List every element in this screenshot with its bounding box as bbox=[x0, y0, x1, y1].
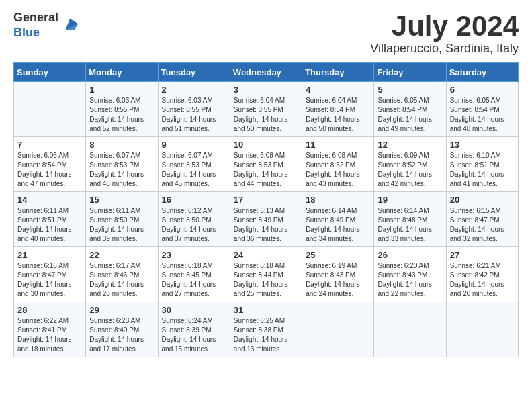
calendar-cell: 6Sunrise: 6:05 AMSunset: 8:54 PMDaylight… bbox=[446, 82, 518, 137]
cell-info: Sunrise: 6:08 AMSunset: 8:52 PMDaylight:… bbox=[306, 151, 370, 189]
calendar-cell bbox=[302, 302, 374, 357]
logo: General Blue bbox=[13, 11, 79, 40]
calendar-cell: 31Sunrise: 6:25 AMSunset: 8:38 PMDayligh… bbox=[230, 302, 302, 357]
weekday-header-row: SundayMondayTuesdayWednesdayThursdayFrid… bbox=[14, 63, 519, 82]
calendar-week-row: 7Sunrise: 6:06 AMSunset: 8:54 PMDaylight… bbox=[14, 137, 519, 192]
day-number: 6 bbox=[450, 85, 515, 95]
cell-info: Sunrise: 6:11 AMSunset: 8:51 PMDaylight:… bbox=[17, 206, 82, 244]
cell-info: Sunrise: 6:10 AMSunset: 8:51 PMDaylight:… bbox=[450, 151, 515, 189]
calendar-cell: 1Sunrise: 6:03 AMSunset: 8:55 PMDaylight… bbox=[86, 82, 158, 137]
day-number: 13 bbox=[450, 140, 515, 150]
weekday-header-tuesday: Tuesday bbox=[158, 63, 230, 82]
logo-blue-text: Blue bbox=[13, 26, 58, 40]
day-number: 3 bbox=[234, 85, 298, 95]
calendar-cell: 15Sunrise: 6:11 AMSunset: 8:50 PMDayligh… bbox=[86, 192, 158, 247]
calendar-cell: 5Sunrise: 6:05 AMSunset: 8:54 PMDaylight… bbox=[374, 82, 446, 137]
calendar-cell bbox=[14, 82, 86, 137]
calendar-cell: 2Sunrise: 6:03 AMSunset: 8:55 PMDaylight… bbox=[158, 82, 230, 137]
calendar-cell: 24Sunrise: 6:18 AMSunset: 8:44 PMDayligh… bbox=[230, 247, 302, 302]
day-number: 23 bbox=[162, 250, 226, 260]
cell-info: Sunrise: 6:05 AMSunset: 8:54 PMDaylight:… bbox=[450, 96, 515, 134]
weekday-header-thursday: Thursday bbox=[302, 63, 374, 82]
calendar-cell: 29Sunrise: 6:23 AMSunset: 8:40 PMDayligh… bbox=[86, 302, 158, 357]
day-number: 22 bbox=[89, 250, 154, 260]
day-number: 9 bbox=[162, 140, 226, 150]
calendar-cell: 13Sunrise: 6:10 AMSunset: 8:51 PMDayligh… bbox=[446, 137, 518, 192]
calendar-cell: 26Sunrise: 6:20 AMSunset: 8:43 PMDayligh… bbox=[374, 247, 446, 302]
day-number: 21 bbox=[17, 250, 82, 260]
calendar-cell: 25Sunrise: 6:19 AMSunset: 8:43 PMDayligh… bbox=[302, 247, 374, 302]
cell-info: Sunrise: 6:08 AMSunset: 8:53 PMDaylight:… bbox=[234, 151, 298, 189]
cell-info: Sunrise: 6:18 AMSunset: 8:44 PMDaylight:… bbox=[234, 261, 298, 299]
cell-info: Sunrise: 6:07 AMSunset: 8:53 PMDaylight:… bbox=[162, 151, 226, 189]
cell-info: Sunrise: 6:05 AMSunset: 8:54 PMDaylight:… bbox=[378, 96, 442, 134]
calendar-cell: 17Sunrise: 6:13 AMSunset: 8:49 PMDayligh… bbox=[230, 192, 302, 247]
cell-info: Sunrise: 6:14 AMSunset: 8:48 PMDaylight:… bbox=[378, 206, 442, 244]
calendar-cell: 28Sunrise: 6:22 AMSunset: 8:41 PMDayligh… bbox=[14, 302, 86, 357]
calendar-cell: 8Sunrise: 6:07 AMSunset: 8:53 PMDaylight… bbox=[86, 137, 158, 192]
day-number: 28 bbox=[17, 305, 82, 315]
cell-info: Sunrise: 6:23 AMSunset: 8:40 PMDaylight:… bbox=[89, 316, 154, 354]
weekday-header-monday: Monday bbox=[86, 63, 158, 82]
calendar-week-row: 28Sunrise: 6:22 AMSunset: 8:41 PMDayligh… bbox=[14, 302, 519, 357]
cell-info: Sunrise: 6:15 AMSunset: 8:47 PMDaylight:… bbox=[450, 206, 515, 244]
day-number: 8 bbox=[89, 140, 154, 150]
calendar-cell bbox=[446, 302, 518, 357]
cell-info: Sunrise: 6:03 AMSunset: 8:55 PMDaylight:… bbox=[162, 96, 226, 134]
cell-info: Sunrise: 6:12 AMSunset: 8:50 PMDaylight:… bbox=[162, 206, 226, 244]
day-number: 16 bbox=[162, 195, 226, 205]
cell-info: Sunrise: 6:22 AMSunset: 8:41 PMDaylight:… bbox=[17, 316, 82, 354]
day-number: 30 bbox=[162, 305, 226, 315]
cell-info: Sunrise: 6:16 AMSunset: 8:47 PMDaylight:… bbox=[17, 261, 82, 299]
calendar-cell: 23Sunrise: 6:18 AMSunset: 8:45 PMDayligh… bbox=[158, 247, 230, 302]
day-number: 26 bbox=[378, 250, 442, 260]
cell-info: Sunrise: 6:07 AMSunset: 8:53 PMDaylight:… bbox=[89, 151, 154, 189]
day-number: 15 bbox=[89, 195, 154, 205]
calendar-cell: 4Sunrise: 6:04 AMSunset: 8:54 PMDaylight… bbox=[302, 82, 374, 137]
day-number: 27 bbox=[450, 250, 515, 260]
day-number: 10 bbox=[234, 140, 298, 150]
cell-info: Sunrise: 6:09 AMSunset: 8:52 PMDaylight:… bbox=[378, 151, 442, 189]
cell-info: Sunrise: 6:03 AMSunset: 8:55 PMDaylight:… bbox=[89, 96, 154, 134]
calendar-cell: 12Sunrise: 6:09 AMSunset: 8:52 PMDayligh… bbox=[374, 137, 446, 192]
weekday-header-sunday: Sunday bbox=[14, 63, 86, 82]
calendar-cell: 16Sunrise: 6:12 AMSunset: 8:50 PMDayligh… bbox=[158, 192, 230, 247]
cell-info: Sunrise: 6:04 AMSunset: 8:55 PMDaylight:… bbox=[234, 96, 298, 134]
cell-info: Sunrise: 6:11 AMSunset: 8:50 PMDaylight:… bbox=[89, 206, 154, 244]
day-number: 29 bbox=[89, 305, 154, 315]
calendar-cell: 21Sunrise: 6:16 AMSunset: 8:47 PMDayligh… bbox=[14, 247, 86, 302]
day-number: 19 bbox=[378, 195, 442, 205]
day-number: 31 bbox=[234, 305, 298, 315]
cell-info: Sunrise: 6:04 AMSunset: 8:54 PMDaylight:… bbox=[306, 96, 370, 134]
calendar-cell: 10Sunrise: 6:08 AMSunset: 8:53 PMDayligh… bbox=[230, 137, 302, 192]
day-number: 7 bbox=[17, 140, 82, 150]
day-number: 25 bbox=[306, 250, 370, 260]
cell-info: Sunrise: 6:14 AMSunset: 8:49 PMDaylight:… bbox=[306, 206, 370, 244]
calendar-cell: 19Sunrise: 6:14 AMSunset: 8:48 PMDayligh… bbox=[374, 192, 446, 247]
weekday-header-friday: Friday bbox=[374, 63, 446, 82]
calendar-cell: 30Sunrise: 6:24 AMSunset: 8:39 PMDayligh… bbox=[158, 302, 230, 357]
calendar-week-row: 14Sunrise: 6:11 AMSunset: 8:51 PMDayligh… bbox=[14, 192, 519, 247]
day-number: 1 bbox=[89, 85, 154, 95]
calendar-cell: 22Sunrise: 6:17 AMSunset: 8:46 PMDayligh… bbox=[86, 247, 158, 302]
day-number: 2 bbox=[162, 85, 226, 95]
weekday-header-saturday: Saturday bbox=[446, 63, 518, 82]
weekday-header-wednesday: Wednesday bbox=[230, 63, 302, 82]
day-number: 14 bbox=[17, 195, 82, 205]
cell-info: Sunrise: 6:06 AMSunset: 8:54 PMDaylight:… bbox=[17, 151, 82, 189]
cell-info: Sunrise: 6:25 AMSunset: 8:38 PMDaylight:… bbox=[234, 316, 298, 354]
day-number: 5 bbox=[378, 85, 442, 95]
calendar-cell: 9Sunrise: 6:07 AMSunset: 8:53 PMDaylight… bbox=[158, 137, 230, 192]
cell-info: Sunrise: 6:13 AMSunset: 8:49 PMDaylight:… bbox=[234, 206, 298, 244]
cell-info: Sunrise: 6:17 AMSunset: 8:46 PMDaylight:… bbox=[89, 261, 154, 299]
calendar-week-row: 1Sunrise: 6:03 AMSunset: 8:55 PMDaylight… bbox=[14, 82, 519, 137]
cell-info: Sunrise: 6:19 AMSunset: 8:43 PMDaylight:… bbox=[306, 261, 370, 299]
calendar-cell: 14Sunrise: 6:11 AMSunset: 8:51 PMDayligh… bbox=[14, 192, 86, 247]
day-number: 18 bbox=[306, 195, 370, 205]
calendar-cell: 27Sunrise: 6:21 AMSunset: 8:42 PMDayligh… bbox=[446, 247, 518, 302]
month-year-title: July 2024 bbox=[370, 11, 519, 42]
cell-info: Sunrise: 6:18 AMSunset: 8:45 PMDaylight:… bbox=[162, 261, 226, 299]
calendar-cell: 3Sunrise: 6:04 AMSunset: 8:55 PMDaylight… bbox=[230, 82, 302, 137]
day-number: 24 bbox=[234, 250, 298, 260]
day-number: 20 bbox=[450, 195, 515, 205]
